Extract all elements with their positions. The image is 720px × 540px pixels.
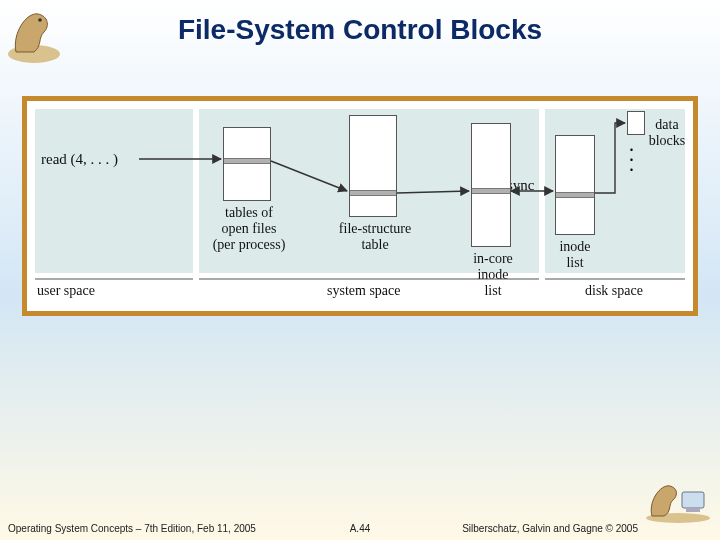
slide-title: File-System Control Blocks (0, 14, 720, 46)
inode-list (555, 135, 595, 235)
ellipsis-icon: ··· (629, 145, 634, 175)
label-user-space: user space (37, 283, 95, 299)
caption-file-structure: file-structuretable (327, 221, 423, 253)
caption-data-blocks: datablocks (641, 117, 693, 149)
caption-incore-inode: in-coreinodelist (457, 251, 529, 299)
file-structure-table (349, 115, 397, 217)
dinosaur-computer-logo-icon (642, 478, 714, 524)
footer-right: Silberschatz, Galvin and Gagne © 2005 (462, 523, 638, 534)
sync-label: sync (507, 177, 535, 194)
label-system-space: system space (327, 283, 400, 299)
caption-inode-list: inodelist (549, 239, 601, 271)
read-call-text: read (4, . . . ) (41, 151, 118, 168)
diagram-frame: user space system space disk space read … (22, 96, 698, 316)
open-files-table (223, 127, 271, 201)
svg-rect-11 (686, 508, 700, 512)
svg-rect-10 (682, 492, 704, 508)
region-user-space (35, 109, 193, 273)
label-disk-space: disk space (585, 283, 643, 299)
caption-open-files: tables ofopen files(per process) (207, 205, 291, 253)
diagram: user space system space disk space read … (27, 101, 693, 311)
incore-inode-list (471, 123, 511, 247)
